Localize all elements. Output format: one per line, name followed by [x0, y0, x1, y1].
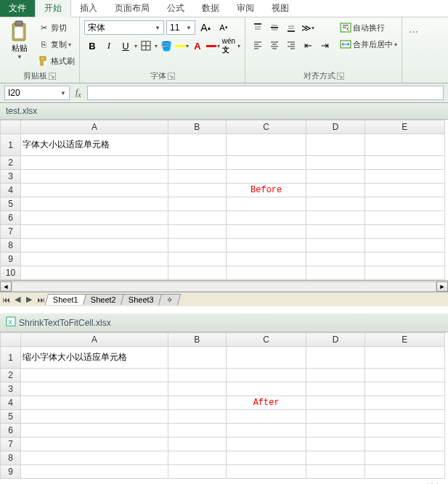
cell[interactable]: [21, 424, 168, 438]
after-label[interactable]: After: [226, 396, 306, 410]
sheet-tab-2[interactable]: Sheet2: [83, 294, 124, 305]
sheet-tab-3[interactable]: Sheet3: [121, 294, 162, 305]
cell[interactable]: [226, 410, 306, 424]
formula-bar[interactable]: [87, 86, 444, 100]
cell[interactable]: [21, 451, 168, 465]
cell[interactable]: [168, 156, 226, 170]
row-header[interactable]: 9: [1, 253, 21, 266]
cell[interactable]: [364, 438, 444, 451]
cell[interactable]: [226, 369, 306, 382]
cell[interactable]: [21, 156, 168, 170]
cell[interactable]: [168, 465, 226, 479]
cell[interactable]: [306, 465, 364, 479]
fill-color-button[interactable]: 🪣: [158, 38, 174, 54]
cell[interactable]: [21, 465, 168, 479]
select-all-corner[interactable]: [1, 120, 21, 134]
copy-button[interactable]: ⎘ 复制▾: [38, 36, 75, 52]
cell[interactable]: [364, 253, 444, 266]
cell[interactable]: [168, 424, 226, 438]
cell[interactable]: [364, 211, 444, 225]
row-header[interactable]: 2: [1, 156, 21, 170]
wrap-text-button[interactable]: 自动换行: [340, 20, 397, 36]
cell[interactable]: [226, 382, 306, 396]
paste-dropdown-icon[interactable]: ▼: [17, 54, 23, 60]
cell[interactable]: [306, 253, 364, 266]
phonetic-button[interactable]: wén文: [221, 38, 237, 54]
cell[interactable]: [168, 170, 226, 184]
row-header[interactable]: 6: [1, 424, 21, 438]
cell[interactable]: [364, 382, 444, 396]
new-sheet-tab[interactable]: ✧: [158, 294, 180, 305]
align-center-button[interactable]: [266, 37, 282, 53]
align-right-button[interactable]: [283, 37, 299, 53]
row-header[interactable]: 1: [1, 347, 21, 369]
clipboard-launcher-icon[interactable]: ↘: [49, 73, 56, 80]
border-button[interactable]: [138, 38, 154, 54]
row-header[interactable]: 2: [1, 369, 21, 382]
cell[interactable]: [168, 438, 226, 451]
cell[interactable]: [226, 465, 306, 479]
cell[interactable]: [306, 369, 364, 382]
cell[interactable]: [364, 369, 444, 382]
cell[interactable]: [21, 382, 168, 396]
row-header[interactable]: 3: [1, 170, 21, 184]
cell[interactable]: [168, 396, 226, 410]
row-header[interactable]: 5: [1, 197, 21, 211]
cell[interactable]: [226, 347, 306, 369]
cell[interactable]: [306, 225, 364, 239]
cell[interactable]: [364, 451, 444, 465]
cell[interactable]: [168, 184, 226, 197]
select-all-corner[interactable]: [1, 333, 21, 347]
cell[interactable]: [21, 225, 168, 239]
cell[interactable]: [306, 396, 364, 410]
cell[interactable]: [306, 197, 364, 211]
cell[interactable]: [364, 134, 444, 156]
cell[interactable]: [364, 197, 444, 211]
sheet-tab-1[interactable]: Sheet1: [45, 294, 86, 305]
tab-data[interactable]: 数据: [193, 0, 228, 17]
cell[interactable]: [306, 410, 364, 424]
cell[interactable]: [364, 239, 444, 253]
cell[interactable]: [306, 156, 364, 170]
cell[interactable]: [364, 396, 444, 410]
cell[interactable]: [21, 396, 168, 410]
increase-indent-button[interactable]: ⇥: [317, 37, 333, 53]
cell[interactable]: [306, 382, 364, 396]
cell[interactable]: [306, 184, 364, 197]
decrease-font-button[interactable]: A▾: [216, 20, 232, 36]
bold-button[interactable]: B: [84, 38, 100, 54]
col-header[interactable]: A: [21, 333, 168, 347]
doc1-grid[interactable]: A B C D E 1字体大小以适应单元格 2 3 4Before 5 6 7 …: [0, 120, 448, 280]
cell[interactable]: [226, 438, 306, 451]
format-painter-button[interactable]: 格式刷: [38, 53, 75, 69]
cell[interactable]: [168, 451, 226, 465]
tab-review[interactable]: 审阅: [228, 0, 263, 17]
number-format-button[interactable]: ⋯: [407, 23, 420, 39]
tab-view[interactable]: 视图: [263, 0, 298, 17]
cell[interactable]: [226, 134, 306, 156]
cell[interactable]: [168, 253, 226, 266]
cell[interactable]: [306, 134, 364, 156]
underline-button[interactable]: U: [118, 38, 134, 54]
cell[interactable]: [364, 156, 444, 170]
tab-formula[interactable]: 公式: [158, 0, 193, 17]
cell[interactable]: [306, 211, 364, 225]
cell-a1[interactable]: 字体大小以适应单元格: [21, 134, 168, 156]
row-header[interactable]: 3: [1, 382, 21, 396]
tab-nav-prev[interactable]: ◀: [12, 295, 23, 304]
col-header[interactable]: E: [364, 120, 444, 134]
cell-a1-shrink[interactable]: 缩小字体大小以适应单元格: [21, 347, 168, 369]
row-header[interactable]: 4: [1, 184, 21, 197]
cell[interactable]: [364, 184, 444, 197]
cell[interactable]: [21, 438, 168, 451]
cell[interactable]: [306, 170, 364, 184]
cell[interactable]: [21, 239, 168, 253]
cell[interactable]: [168, 410, 226, 424]
cell[interactable]: [226, 239, 306, 253]
doc2-grid[interactable]: A B C D E 1缩小字体大小以适应单元格 2 3 4After 5 6 7…: [0, 332, 448, 479]
row-header[interactable]: 1: [1, 134, 21, 156]
cell[interactable]: [226, 253, 306, 266]
tab-start[interactable]: 开始: [35, 0, 71, 17]
cell[interactable]: [364, 424, 444, 438]
cell[interactable]: [306, 347, 364, 369]
